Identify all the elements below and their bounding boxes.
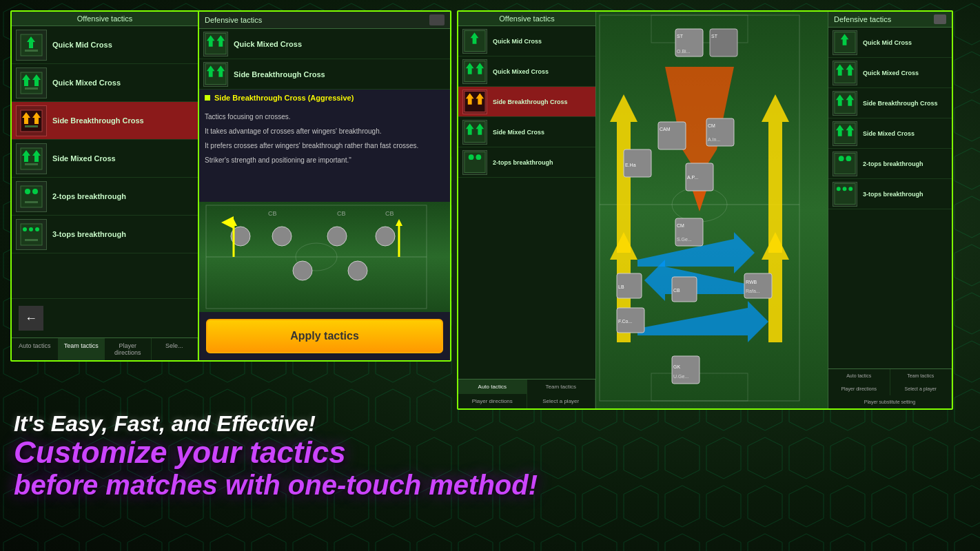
def-label-side-breakthrough: Side Breakthrough Cross [234,70,325,79]
r-off-icon-qmx [462,59,487,84]
bottom-text-area: It's Easy, Fast, and Effective! Customiz… [0,406,980,551]
r-off-quick-mid[interactable]: Quick Mid Cross [458,26,595,56]
svg-rect-110 [835,123,855,143]
r-def-icon-3t [833,182,857,207]
tab-player-directions[interactable]: Player directions [105,338,152,360]
r-tab-team[interactable]: Team tactics [527,380,596,394]
svg-text:ST: ST [677,34,684,39]
tactic-item-quick-mid-cross[interactable]: Quick Mid Cross [12,26,198,64]
r-def-3tops[interactable]: 3-tops breakthrough [828,179,952,209]
svg-text:S.Ge...: S.Ge... [677,237,692,242]
defensive-tactics-label: Defensive tactics [205,16,262,24]
r-tab-player[interactable]: Player directions [458,394,527,408]
svg-rect-116 [835,183,855,204]
r-def-quick-mid[interactable]: Quick Mid Cross [828,28,952,58]
bottom-tabs-left: Auto tactics Team tactics Player directi… [12,337,198,360]
tab-select[interactable]: Sele... [152,338,198,360]
r-def-side-mixed[interactable]: Side Mixed Cross [828,118,952,149]
r-off-side-breakthrough[interactable]: Side Breakthrough Cross [458,87,595,117]
svg-point-16 [25,189,30,194]
r-def-tab-team[interactable]: Team tactics [890,369,952,382]
apply-tactics-button[interactable]: Apply tactics [206,319,443,353]
right-def-bottom-tabs: Auto tactics Team tactics Player directi… [828,368,952,408]
r-def-side-breakthrough[interactable]: Side Breakthrough Cross [828,88,952,118]
svg-rect-27 [205,63,226,84]
r-def-label-3t: 3-tops breakthrough [863,191,923,198]
svg-rect-80 [706,118,734,146]
svg-text:CM: CM [677,223,684,228]
r-off-icon-2t [462,150,487,175]
svg-text:CB: CB [673,288,680,293]
detail-title: Side Breakthrough Cross (Aggressive) [214,94,354,102]
svg-rect-18 [25,201,38,203]
detail-body: Tactics focusing on crosses. It takes ad… [199,106,450,202]
svg-point-115 [846,156,851,161]
tactic-label-side-mixed: Side Mixed Cross [52,154,116,163]
tactic-icon-side-breakthrough [16,105,47,136]
svg-text:CM: CM [708,123,715,128]
r-tab-select[interactable]: Select a player [527,394,596,408]
svg-point-20 [23,227,27,231]
tagline-line3: before matches with one-touch method! [14,470,966,500]
r-def-tab-select[interactable]: Select a player [890,382,952,395]
right-defensive-header: Defensive tactics [828,12,952,28]
r-def-icon-qmx [833,61,857,85]
svg-text:Rafa...: Rafa... [746,289,760,293]
detail-desc3: It prefers crosses after wingers' breakt… [205,141,445,151]
svg-rect-24 [205,33,226,54]
r-def-label-smx: Side Mixed Cross [863,130,915,137]
tactic-icon-2tops [16,181,47,212]
r-off-side-mixed[interactable]: Side Mixed Cross [458,117,595,147]
tactic-item-side-mixed[interactable]: Side Mixed Cross [12,140,198,178]
tactic-item-side-breakthrough[interactable]: Side Breakthrough Cross [12,102,198,140]
r-def-tab-player[interactable]: Player directions [828,382,890,395]
r-off-quick-mixed[interactable]: Quick Mixed Cross [458,56,595,87]
svg-rect-10 [25,125,38,127]
left-offensive-panel: Offensive tactics [12,12,198,360]
tactic-item-3tops[interactable]: 3-tops breakthrough [12,216,198,253]
tactic-icon-quick-mid [16,30,47,61]
tactic-icon-side-mixed [16,143,47,174]
svg-rect-19 [21,224,42,245]
detail-title-area: Side Breakthrough Cross (Aggressive) [199,90,450,106]
r-def-tab-sub[interactable]: Player substitute setting [828,395,952,408]
tactic-icon-3tops [16,219,47,250]
right-bottom-tabs: Auto tactics Team tactics Player directi… [458,379,595,408]
svg-rect-47 [465,61,485,81]
svg-point-57 [469,154,474,160]
tactic-icon-quick-mixed [16,67,47,98]
offensive-tactics-header: Offensive tactics [12,12,198,26]
r-def-label-qmx: Quick Mixed Cross [863,70,919,76]
back-button[interactable]: ← [19,306,43,331]
r-def-tab-auto[interactable]: Auto tactics [828,369,890,382]
def-tactic-quick-mixed[interactable]: Quick Mixed Cross [199,29,450,59]
r-tab-auto[interactable]: Auto tactics [458,380,527,394]
svg-point-39 [376,227,395,246]
svg-text:LB: LB [618,284,624,289]
r-off-2tops[interactable]: 2-tops breakthrough [458,147,595,178]
r-def-label-2t: 2-tops breakthrough [863,160,923,167]
main-content: Offensive tactics [0,0,980,551]
chat-icon [429,14,445,25]
def-icon-quick-mixed [203,32,228,56]
svg-point-17 [32,189,38,194]
svg-point-38 [327,227,347,246]
offensive-tactic-list: Quick Mid Cross [12,26,198,298]
tactic-item-2tops[interactable]: 2-tops breakthrough [12,178,198,216]
tagline-line2: Customize your tactics [14,436,966,469]
def-tactic-side-breakthrough[interactable]: Side Breakthrough Cross [199,59,450,90]
tactic-label-side-breakthrough: Side Breakthrough Cross [52,116,144,125]
tactic-item-quick-mixed[interactable]: Quick Mixed Cross [12,64,198,102]
tactic-label-quick-mid: Quick Mid Cross [52,41,112,49]
tab-auto-tactics[interactable]: Auto tactics [12,338,59,360]
r-def-2tops[interactable]: 2-tops breakthrough [828,149,952,179]
r-def-quick-mixed[interactable]: Quick Mixed Cross [828,58,952,88]
detail-desc2: It takes advantage of crosses after wing… [205,126,445,136]
r-off-label-qmx: Quick Mixed Cross [493,68,549,75]
svg-point-21 [29,227,33,231]
svg-point-37 [272,227,292,246]
svg-rect-15 [21,186,42,207]
r-off-label-2t: 2-tops breakthrough [493,159,553,166]
svg-rect-78 [658,122,686,149]
tab-team-tactics[interactable]: Team tactics [59,338,105,360]
